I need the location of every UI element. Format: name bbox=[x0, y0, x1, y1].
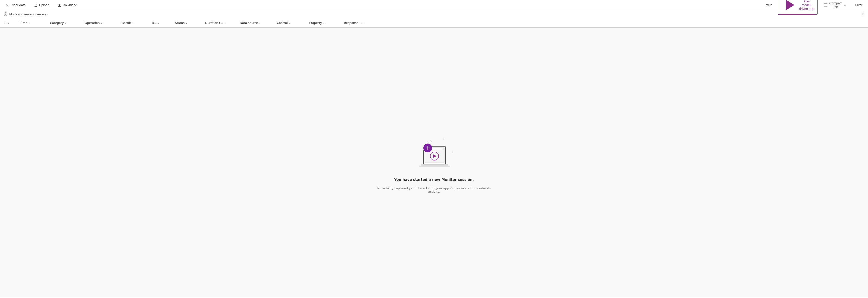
col-status-chevron-icon: ⌄ bbox=[185, 22, 187, 24]
compact-list-chevron-icon: ⌄ bbox=[844, 3, 846, 7]
clear-data-button[interactable]: Clear data bbox=[4, 2, 28, 8]
svg-line-14 bbox=[427, 141, 429, 143]
col-duration-chevron-icon: ⌄ bbox=[224, 22, 226, 24]
col-header-status[interactable]: Status ⌄ bbox=[173, 18, 203, 27]
toolbar-right: Invite Play model-driven app Compact lis… bbox=[761, 0, 864, 15]
col-header-datasource[interactable]: Data source ⌄ bbox=[238, 18, 275, 27]
upload-label: Upload bbox=[39, 3, 49, 7]
col-control-chevron-icon: ⌄ bbox=[289, 22, 290, 24]
col-operation-chevron-icon: ⌄ bbox=[101, 22, 102, 24]
empty-state-subtitle: No activity captured yet. Interact with … bbox=[376, 186, 492, 193]
col-header-duration[interactable]: Duration (... ⌄ bbox=[203, 18, 238, 27]
session-info-icon: i bbox=[4, 12, 7, 16]
col-response-chevron-icon: ⌄ bbox=[363, 22, 365, 24]
play-model-driven-app-button[interactable]: Play model-driven app bbox=[778, 0, 817, 15]
download-icon bbox=[58, 3, 61, 7]
col-category-chevron-icon: ⌄ bbox=[65, 22, 66, 24]
filter-label: Filter bbox=[855, 3, 863, 7]
compact-list-icon bbox=[823, 3, 828, 7]
svg-text:+: + bbox=[452, 150, 453, 154]
svg-rect-24 bbox=[431, 148, 442, 150]
col-header-id[interactable]: I.. ⌄ bbox=[2, 18, 18, 27]
upload-button[interactable]: Upload bbox=[32, 2, 51, 8]
toolbar-left: Clear data Upload Download bbox=[4, 2, 760, 8]
svg-marker-3 bbox=[786, 0, 795, 10]
col-header-property[interactable]: Property ⌄ bbox=[307, 18, 342, 27]
col-header-category[interactable]: Category ⌄ bbox=[48, 18, 83, 27]
col-result-chevron-icon: ⌄ bbox=[132, 22, 134, 24]
session-label: Model-driven app session bbox=[9, 12, 48, 16]
session-bar: i Model-driven app session ✕ bbox=[0, 10, 868, 18]
svg-rect-27 bbox=[424, 164, 445, 165]
clear-data-label: Clear data bbox=[11, 3, 26, 7]
toolbar: Clear data Upload Download bbox=[0, 0, 868, 10]
col-header-result[interactable]: Result ⌄ bbox=[120, 18, 150, 27]
play-icon bbox=[781, 0, 797, 13]
clear-data-icon bbox=[5, 3, 9, 7]
svg-text:+: + bbox=[443, 137, 445, 141]
svg-rect-17 bbox=[419, 166, 450, 166]
empty-state-illustration: + + bbox=[408, 131, 460, 173]
upload-icon bbox=[34, 3, 38, 7]
laptop-illustration-svg: + + bbox=[408, 131, 460, 173]
col-header-r[interactable]: R... ⌄ bbox=[150, 18, 173, 27]
col-datasource-chevron-icon: ⌄ bbox=[259, 22, 260, 24]
col-header-response[interactable]: Response ... ⌄ bbox=[342, 18, 379, 27]
download-label: Download bbox=[63, 3, 77, 7]
play-app-label: Play model-driven app bbox=[799, 0, 814, 11]
col-header-time[interactable]: Time ⌄ bbox=[18, 18, 48, 27]
empty-state-title: You have started a new Monitor session. bbox=[394, 178, 474, 182]
col-header-control[interactable]: Control ⌄ bbox=[275, 18, 307, 27]
close-session-button[interactable]: ✕ bbox=[861, 12, 864, 16]
col-time-chevron-icon: ⌄ bbox=[28, 22, 30, 24]
svg-line-13 bbox=[429, 141, 431, 143]
col-id-chevron-icon: ⌄ bbox=[7, 22, 9, 24]
compact-list-label: Compact list bbox=[829, 1, 842, 9]
svg-line-15 bbox=[430, 140, 432, 142]
col-header-operation[interactable]: Operation ⌄ bbox=[83, 18, 120, 27]
filter-button[interactable]: Filter bbox=[852, 2, 864, 8]
compact-list-button[interactable]: Compact list ⌄ bbox=[821, 0, 848, 10]
invite-label: Invite bbox=[765, 3, 772, 7]
main-content: + + bbox=[0, 28, 868, 297]
col-r-chevron-icon: ⌄ bbox=[158, 22, 159, 24]
col-property-chevron-icon: ⌄ bbox=[323, 22, 325, 24]
column-headers: I.. ⌄ Time ⌄ Category ⌄ Operation ⌄ Resu… bbox=[0, 18, 868, 28]
download-button[interactable]: Download bbox=[56, 2, 79, 8]
invite-button[interactable]: Invite bbox=[761, 2, 774, 8]
